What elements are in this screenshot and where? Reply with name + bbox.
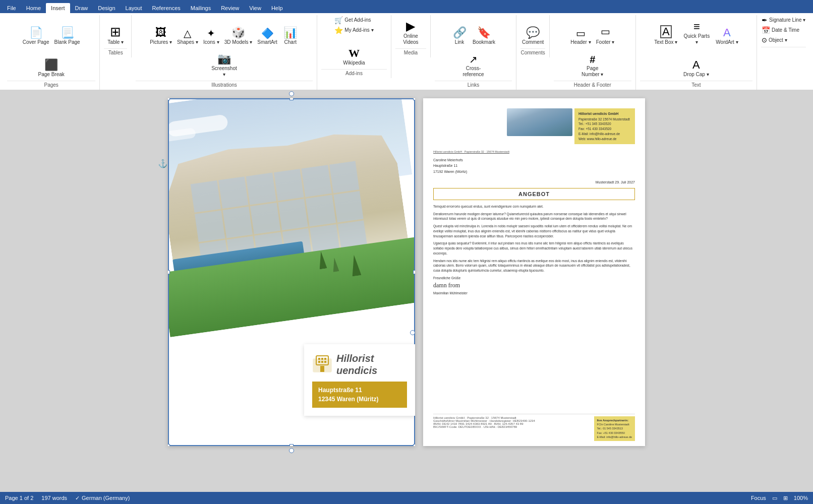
- focus-label: Focus: [751, 495, 766, 501]
- date-time-button[interactable]: 📅 Date & Time: [760, 25, 807, 35]
- table-button[interactable]: ⊞ Table ▾: [103, 15, 128, 46]
- footer-icon: ▭: [601, 28, 610, 38]
- company-card-overlay: Hillorist uendicis Hauptstraße 11 12345 …: [304, 344, 415, 416]
- handle-left[interactable]: [168, 270, 170, 274]
- header-company: Hillorist uendicis GmbH: [578, 111, 631, 117]
- header-address: Papierstraße 32 15674 Musterstadt: [578, 117, 631, 122]
- cover-page-label: Cover Page: [23, 39, 49, 45]
- tab-file[interactable]: File: [2, 3, 21, 13]
- footer-button[interactable]: ▭ Footer ▾: [594, 15, 617, 46]
- page-count: Page 1 of 2: [5, 495, 33, 501]
- bookmark-button[interactable]: 🔖 Bookmark: [471, 15, 497, 46]
- quick-parts-icon: ≡: [693, 21, 700, 32]
- quick-parts-button[interactable]: ≡ Quick Parts ▾: [680, 15, 713, 46]
- handle-right[interactable]: [413, 270, 415, 274]
- page-number-icon: #: [590, 54, 595, 65]
- tab-references[interactable]: References: [147, 3, 186, 13]
- signature-line-icon: ✒: [762, 16, 768, 24]
- link-button[interactable]: 🔗 Link: [449, 15, 470, 46]
- tab-review[interactable]: Review: [216, 3, 244, 13]
- shapes-label: Shapes ▾: [177, 39, 198, 45]
- pages-buttons: 📄 Cover Page 📃 Blank Page ⬛ Page Break: [7, 15, 95, 80]
- handle-bottom-right[interactable]: [413, 444, 415, 446]
- words-label: 197 words: [41, 495, 67, 501]
- tab-home[interactable]: Home: [21, 3, 46, 13]
- tab-mailings[interactable]: Mailings: [186, 3, 216, 13]
- tab-layout[interactable]: Layout: [121, 3, 147, 13]
- header-button[interactable]: ▭ Header ▾: [568, 15, 593, 46]
- zoom-level[interactable]: 100%: [794, 495, 808, 501]
- language-indicator[interactable]: ✓ German (Germany): [75, 495, 130, 501]
- page-break-icon: ⬛: [44, 59, 58, 71]
- handle-bottom-left[interactable]: [168, 444, 170, 446]
- top-resize-handle[interactable]: [289, 91, 294, 96]
- online-videos-button[interactable]: ▶ Online Videos: [395, 15, 426, 46]
- view-web-button[interactable]: ⊞: [783, 495, 788, 501]
- footer-contact-fax: Fax: +51 430 3343550: [597, 431, 632, 435]
- footer-contact-box: Ihre Ansprechpartnerin: FCIn Caroline Mu…: [594, 416, 635, 441]
- shapes-button[interactable]: △ Shapes ▾: [175, 15, 200, 46]
- page-number-button[interactable]: # Page Number ▾: [576, 47, 609, 79]
- page-break-button[interactable]: ⬛ Page Break: [36, 47, 67, 79]
- body-p2: Deratiorerurm harunde modigen dersper ia…: [433, 212, 635, 222]
- body-p3: Quest volupta vid minctinulpa in. Lorend…: [433, 224, 635, 238]
- bottom-resize-handle[interactable]: [289, 448, 294, 453]
- signature-group-label: [761, 47, 806, 50]
- comment-button[interactable]: 💬 Comment: [520, 15, 546, 46]
- wikipedia-button[interactable]: W Wikipedia: [341, 36, 367, 67]
- tab-help[interactable]: Help: [266, 3, 288, 13]
- get-addins-button[interactable]: 🛒 Get Add-ins: [333, 15, 375, 25]
- ribbon-group-pages: 📄 Cover Page 📃 Blank Page ⬛ Page Break P…: [3, 15, 100, 90]
- tab-view[interactable]: View: [244, 3, 266, 13]
- bookmark-icon: 🔖: [477, 27, 491, 38]
- ribbon-group-signature: ✒ Signature Line ▾ 📅 Date & Time ⊙ Objec…: [757, 15, 810, 50]
- sender-full: Hillorist uendicis GmbH · Papierstraße 3…: [433, 150, 635, 153]
- body-p4: Ugaecqui quias sequatur? Eveleniml, il i…: [433, 241, 635, 256]
- letter-footer: Hillorist uendicis GmbH · Papierstraße 3…: [433, 414, 635, 441]
- drop-cap-button[interactable]: A Drop Cap ▾: [681, 47, 711, 79]
- header-email: E-Mail: info@hillo-adreue.de: [578, 132, 631, 137]
- wordart-button[interactable]: A WordArt ▾: [714, 15, 740, 46]
- rotate-handle[interactable]: [410, 330, 415, 335]
- handle-bottom[interactable]: [289, 444, 294, 446]
- header-web: Web: www.hillo-adreue.de: [578, 137, 631, 142]
- bookmark-label: Bookmark: [473, 39, 495, 45]
- cover-page-icon: 📄: [29, 27, 43, 38]
- cover-page-button[interactable]: 📄 Cover Page: [21, 15, 51, 46]
- tab-draw[interactable]: Draw: [70, 3, 93, 13]
- screenshot-button[interactable]: 📷 Screenshot ▾: [208, 47, 240, 79]
- handle-top-right[interactable]: [413, 98, 415, 100]
- sig-col: ✒ Signature Line ▾ 📅 Date & Time ⊙ Objec…: [760, 15, 807, 45]
- blank-page-button[interactable]: 📃 Blank Page: [52, 15, 82, 46]
- comment-label: Comment: [522, 39, 544, 45]
- icons-icon: ✦: [207, 28, 215, 38]
- handle-top[interactable]: [289, 98, 294, 100]
- signature-line-button[interactable]: ✒ Signature Line ▾: [760, 15, 807, 25]
- focus-button[interactable]: Focus: [751, 495, 766, 501]
- 3d-models-button[interactable]: 🎲 3D Models ▾: [222, 15, 255, 46]
- company-name: Hillorist uendicis: [336, 352, 407, 376]
- tab-insert[interactable]: Insert: [46, 3, 70, 13]
- word-count[interactable]: 197 words: [41, 495, 67, 501]
- date-time-icon: 📅: [762, 26, 770, 34]
- smartart-label: SmartArt: [257, 39, 277, 45]
- tab-design[interactable]: Design: [93, 3, 120, 13]
- pictures-button[interactable]: 🖼 Pictures ▾: [148, 15, 174, 46]
- smartart-button[interactable]: 🔷 SmartArt: [255, 15, 279, 46]
- cross-reference-button[interactable]: ↗ Cross-reference: [457, 47, 490, 79]
- right-page-inner: Hillorist uendicis GmbH Papierstraße 32 …: [423, 98, 645, 446]
- object-button[interactable]: ⊙ Object ▾: [760, 35, 807, 45]
- my-addins-label: My Add-ins ▾: [344, 27, 373, 33]
- handle-top-left[interactable]: [168, 98, 170, 100]
- icons-button[interactable]: ✦ Icons ▾: [201, 15, 221, 46]
- ribbon: File Home Insert Draw Design Layout Refe…: [0, 0, 813, 90]
- left-page-inner: Hillorist uendicis Hauptstraße 11 12345 …: [168, 98, 415, 446]
- view-normal-button[interactable]: ▭: [772, 495, 777, 501]
- chart-button[interactable]: 📊 Chart: [280, 15, 301, 46]
- footer-contact-email: E-Mail: info@hillo-adreue.de: [597, 435, 632, 439]
- text-box-button[interactable]: A Text Box ▾: [652, 15, 679, 46]
- header-building-photo: [507, 108, 572, 136]
- tables-group-label: Tables: [104, 48, 127, 57]
- page-indicator[interactable]: Page 1 of 2: [5, 495, 33, 501]
- my-addins-button[interactable]: ⭐ My Add-ins ▾: [333, 25, 375, 35]
